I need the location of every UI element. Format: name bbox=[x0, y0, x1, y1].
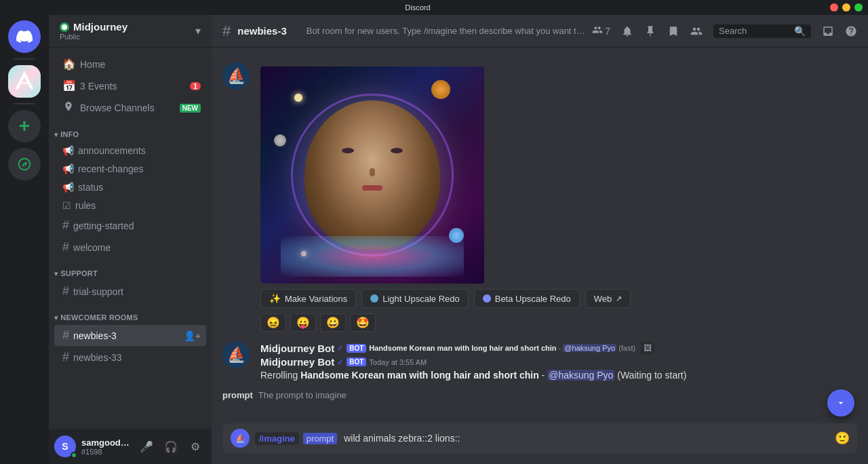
home-icon: 🏠 bbox=[62, 58, 75, 71]
channel-status[interactable]: 📢 status bbox=[54, 178, 206, 196]
help-button[interactable] bbox=[845, 25, 857, 37]
channel-recent-changes[interactable]: 📢 recent-changes bbox=[54, 160, 206, 178]
slash-command-name: /imagine bbox=[259, 433, 295, 444]
reaction-star-eyes[interactable]: 🤩 bbox=[350, 313, 376, 332]
announce-icon-2: 📢 bbox=[62, 163, 74, 174]
message-avatar-1[interactable]: ⛵ bbox=[222, 62, 250, 90]
channel-trial-support[interactable]: # trial-support bbox=[54, 281, 206, 302]
browse-new-badge: NEW bbox=[180, 104, 201, 113]
search-input[interactable] bbox=[719, 26, 790, 36]
message-avatar-2[interactable]: ⛵ bbox=[222, 341, 250, 368]
message-input-container: ⛵ /imagine prompt 🙂 bbox=[212, 423, 868, 464]
category-info[interactable]: ▾ INFO bbox=[49, 119, 212, 141]
prompt-tooltip: prompt The prompt to imagine bbox=[212, 385, 868, 406]
beta-upscale-redo-button[interactable]: Beta Upscale Redo bbox=[474, 289, 580, 308]
channel-name-newbies-3: newbies-3 bbox=[73, 330, 180, 341]
channel-announcements[interactable]: 📢 announcements bbox=[54, 142, 206, 159]
message-text-input[interactable] bbox=[338, 425, 833, 451]
message2-content: Midjourney Bot ✓ BOT Today at 3:55 AM Re… bbox=[260, 356, 686, 382]
messages-area: ⛵ bbox=[212, 47, 868, 423]
close-button[interactable] bbox=[830, 3, 838, 12]
reroll-message-content: Rerolling Handsome Korean man with long … bbox=[260, 369, 686, 382]
hash-icon-2: # bbox=[62, 240, 69, 254]
message2-header: Midjourney Bot ✓ BOT Handsome Korean man… bbox=[260, 341, 857, 355]
light-upscale-redo-button[interactable]: Light Upscale Redo bbox=[361, 289, 468, 308]
hash-icon-5: # bbox=[62, 350, 69, 364]
image-btn[interactable]: 🖼 bbox=[641, 341, 654, 355]
make-variations-button[interactable]: ✨ Make Variations bbox=[260, 289, 356, 308]
reaction-tongue[interactable]: 😛 bbox=[290, 313, 316, 332]
bot-name-2[interactable]: Midjourney Bot bbox=[260, 343, 334, 354]
input-right-icons: 🙂 bbox=[833, 429, 852, 448]
members-panel-button[interactable] bbox=[690, 25, 703, 37]
titlebar-controls[interactable] bbox=[830, 3, 863, 12]
star-1 bbox=[294, 94, 302, 102]
message2-body: Midjourney Bot ✓ BOT Today at 3:55 AM Re… bbox=[260, 356, 857, 382]
microphone-button[interactable]: 🎤 bbox=[136, 436, 157, 457]
events-icon: 📅 bbox=[62, 79, 75, 92]
ai-generated-image[interactable] bbox=[260, 66, 491, 284]
announce-icon-3: 📢 bbox=[62, 182, 74, 193]
scroll-to-bottom-button[interactable] bbox=[827, 389, 854, 417]
hash-icon-3: # bbox=[62, 284, 69, 298]
bookmark-button[interactable] bbox=[667, 25, 679, 37]
channel-welcome[interactable]: # welcome bbox=[54, 237, 206, 258]
channel-rules[interactable]: ☑ rules bbox=[54, 197, 206, 214]
server-icon-discord[interactable] bbox=[8, 20, 41, 53]
channel-name-trial-support: trial-support bbox=[73, 286, 201, 297]
headphones-button[interactable]: 🎧 bbox=[160, 436, 182, 457]
server-icon-midjourney[interactable] bbox=[8, 65, 41, 98]
face-eye-right bbox=[391, 148, 403, 153]
mention-2: @haksung Pyo bbox=[547, 370, 614, 381]
server-header[interactable]: Midjourney Public ▾ bbox=[49, 15, 212, 47]
server-online-badge bbox=[60, 22, 69, 32]
server-name: Midjourney bbox=[73, 21, 127, 33]
emoji-picker-button[interactable]: 🙂 bbox=[833, 429, 852, 448]
add-member-icon[interactable]: 👤+ bbox=[184, 330, 201, 341]
bell-slash-button[interactable] bbox=[621, 25, 633, 37]
web-button[interactable]: Web ↗ bbox=[585, 289, 631, 308]
reaction-tired[interactable]: 😖 bbox=[260, 313, 286, 332]
bot-avatar-2: ⛵ bbox=[222, 341, 250, 368]
emoji-reactions: 😖 😛 😀 🤩 bbox=[260, 313, 857, 332]
user-avatar[interactable]: S bbox=[54, 436, 76, 457]
category-newcomer[interactable]: ▾ NEWCOMER ROOMS bbox=[49, 303, 212, 324]
beta-upscale-icon bbox=[483, 294, 491, 303]
nav-home-label: Home bbox=[80, 59, 201, 70]
settings-button[interactable]: ⚙ bbox=[184, 436, 206, 457]
category-support[interactable]: ▾ SUPPORT bbox=[49, 258, 212, 280]
bot-avatar-1: ⛵ bbox=[222, 62, 250, 90]
channel-newbies-33[interactable]: # newbies-33 bbox=[54, 347, 206, 368]
minimize-button[interactable] bbox=[842, 3, 850, 12]
flower-decoration bbox=[281, 236, 464, 277]
web-label: Web bbox=[594, 294, 612, 304]
inbox-button[interactable] bbox=[822, 25, 834, 37]
user-area: S samgoodw... #1598 🎤 🎧 ⚙ bbox=[49, 429, 212, 464]
channel-name-welcome: welcome bbox=[73, 242, 201, 253]
variations-icon: ✨ bbox=[269, 293, 281, 304]
nav-events-label: 3 Events bbox=[80, 81, 184, 92]
channel-header-name: newbies-3 bbox=[237, 25, 287, 37]
server-icon-explore[interactable] bbox=[8, 148, 41, 180]
maximize-button[interactable] bbox=[854, 3, 863, 12]
main-content: # newbies-3 Bot room for new users. Type… bbox=[212, 15, 868, 464]
reroll-content-bold: Handsome Korean man with long hair and s… bbox=[300, 370, 539, 381]
server-sidebar: + bbox=[0, 15, 49, 464]
collapse-arrow-info: ▾ bbox=[54, 131, 58, 138]
verified-icon: ✓ bbox=[337, 343, 344, 353]
reaction-grinning[interactable]: 😀 bbox=[320, 313, 346, 332]
pin-button[interactable] bbox=[644, 25, 656, 37]
channel-newbies-3[interactable]: # newbies-3 👤+ bbox=[54, 325, 206, 346]
nav-item-browse[interactable]: Browse Channels NEW bbox=[54, 97, 206, 119]
planet-1 bbox=[431, 80, 450, 99]
server-icon-add[interactable]: + bbox=[8, 110, 41, 142]
verified-icon-2: ✓ bbox=[337, 357, 344, 367]
nav-item-events[interactable]: 📅 3 Events 1 bbox=[54, 75, 206, 96]
prompt-label: prompt bbox=[222, 390, 253, 400]
mention-1: @haksung Pyo bbox=[563, 344, 616, 352]
channel-getting-started[interactable]: # getting-started bbox=[54, 215, 206, 236]
nav-item-home[interactable]: 🏠 Home bbox=[54, 54, 206, 75]
web-external-icon: ↗ bbox=[616, 294, 622, 303]
search-bar[interactable]: 🔍 bbox=[713, 24, 811, 38]
channel-name-status: status bbox=[78, 182, 201, 193]
